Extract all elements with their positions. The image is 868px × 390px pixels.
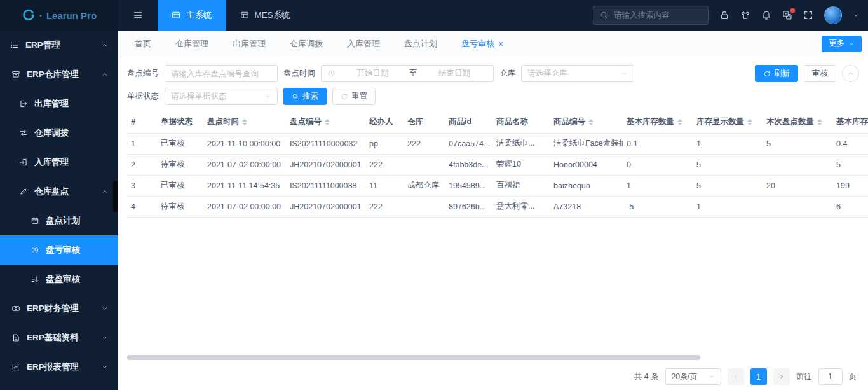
app-logo[interactable]: · Learun Pro xyxy=(0,0,118,31)
close-tab-icon[interactable]: × xyxy=(498,39,503,48)
column-header-4[interactable]: 盘点编号 xyxy=(286,111,365,133)
refresh-button[interactable]: 刷新 xyxy=(755,65,798,82)
theme-button[interactable] xyxy=(740,10,750,20)
system-tab-1[interactable]: 主系统 xyxy=(158,0,226,31)
sidebar-item-9[interactable]: ERP财务管理 xyxy=(0,294,118,323)
lock-button[interactable] xyxy=(719,10,729,20)
system-tab-2[interactable]: MES系统 xyxy=(226,0,304,31)
sidebar-item-8[interactable]: 盘盈审核 xyxy=(0,265,118,294)
sidebar-item-1[interactable]: ERP仓库管理 xyxy=(0,60,118,89)
finance-icon xyxy=(11,304,20,313)
page-tab-2[interactable]: 仓库管理 xyxy=(175,38,208,50)
user-menu-chevron-icon[interactable] xyxy=(853,12,859,18)
warehouse-placeholder: 请选择仓库 xyxy=(527,68,567,79)
sidebar-item-label: 仓库调拨 xyxy=(34,127,108,139)
table-cell: JH20210702000001 xyxy=(286,154,365,175)
table-cell: 5 xyxy=(763,133,832,154)
column-header-12[interactable]: 本次盘点数量 xyxy=(763,111,832,133)
table-cell: 洁柔纸巾Face盒装抽... xyxy=(550,133,623,154)
sort-icon[interactable] xyxy=(588,119,593,125)
more-tabs-button[interactable]: 更多 xyxy=(822,36,862,52)
page-tab-3[interactable]: 出库管理 xyxy=(233,38,266,50)
sidebar-item-2[interactable]: 出库管理 xyxy=(0,89,118,118)
next-page-button[interactable] xyxy=(773,368,790,385)
table-row-3[interactable]: 3已审核2021-11-11 14:54:35IS202111110000381… xyxy=(127,175,868,196)
search-button[interactable]: 搜索 xyxy=(283,88,327,105)
table-cell: 897626b... xyxy=(445,196,492,217)
sort-icon[interactable] xyxy=(747,119,752,125)
stocktake-icon xyxy=(19,187,28,196)
horizontal-scrollbar[interactable] xyxy=(127,355,700,360)
document-icon xyxy=(11,333,20,342)
table-cell: 1 xyxy=(623,175,693,196)
table-cell: 199 xyxy=(832,175,868,196)
topbar: · Learun Pro 主系统MES系统 xyxy=(0,0,868,31)
warehouse-select[interactable]: 请选择仓库 xyxy=(521,65,634,82)
table-cell: 意大利零... xyxy=(492,196,550,217)
chevron-down-icon xyxy=(621,71,628,77)
table-row-4[interactable]: 4待审核2021-07-02 00:00:00JH202107020000012… xyxy=(127,196,868,217)
search-icon xyxy=(292,93,299,101)
sidebar-item-10[interactable]: ERP基础资料 xyxy=(0,323,118,352)
start-date-placeholder[interactable]: 开始日期 xyxy=(339,68,405,79)
table-cell: -5 xyxy=(623,196,693,217)
page-tab-6[interactable]: 盘点计划 xyxy=(404,38,437,50)
date-range-picker[interactable]: 开始日期 至 结束日期 xyxy=(321,65,494,82)
sidebar-root-item[interactable]: ERP管理 xyxy=(0,31,118,60)
sidebar-scrollbar-thumb[interactable] xyxy=(113,181,118,212)
page-1-button[interactable]: 1 xyxy=(750,368,767,385)
column-header-13[interactable]: 基本库存数量 xyxy=(832,111,868,133)
page-tab-5[interactable]: 入库管理 xyxy=(347,38,380,50)
table-cell: 0.4 xyxy=(832,133,868,154)
sort-icon[interactable] xyxy=(817,119,822,125)
sort-icon[interactable] xyxy=(677,119,682,125)
reset-button[interactable]: 重置 xyxy=(332,88,376,105)
page-tab-4[interactable]: 仓库调拨 xyxy=(290,38,323,50)
sidebar-toggle-button[interactable] xyxy=(118,0,158,31)
table-cell: 5 xyxy=(832,154,868,175)
sidebar-item-6[interactable]: 盘点计划 xyxy=(0,206,118,235)
prev-page-button[interactable] xyxy=(728,368,744,385)
table-cell: 2021-07-02 00:00:00 xyxy=(203,196,286,217)
table-row-2[interactable]: 2待审核2021-07-02 00:00:00JH202107020000012… xyxy=(127,154,868,175)
language-button[interactable] xyxy=(782,10,792,20)
column-label: 经办人 xyxy=(369,117,393,126)
global-search-input[interactable] xyxy=(614,11,702,20)
sidebar-item-4[interactable]: 入库管理 xyxy=(0,148,118,177)
table-cell: 5 xyxy=(693,154,763,175)
table-cell: baizhequn xyxy=(550,175,623,196)
column-header-11[interactable]: 库存显示数量 xyxy=(693,111,763,133)
filter-row-1: 盘点编号 盘点时间 开始日期 至 结束日期 仓库 请选择仓库 刷 xyxy=(127,65,859,82)
fullscreen-button[interactable] xyxy=(803,10,813,20)
outbound-icon xyxy=(19,99,28,108)
column-header-9[interactable]: 商品编号 xyxy=(550,111,623,133)
code-input[interactable] xyxy=(165,65,278,82)
sidebar-item-3[interactable]: 仓库调拨 xyxy=(0,118,118,148)
notification-button[interactable] xyxy=(761,10,771,20)
page-size-select[interactable]: 20条/页 xyxy=(665,368,721,385)
refresh-icon xyxy=(763,70,771,78)
column-label: # xyxy=(131,118,135,127)
global-search[interactable] xyxy=(593,6,709,25)
table-row-1[interactable]: 1已审核2021-11-10 00:00:00IS20211110000032p… xyxy=(127,133,868,154)
end-date-placeholder[interactable]: 结束日期 xyxy=(421,68,487,79)
chevron-down-icon xyxy=(102,335,108,341)
column-header-10[interactable]: 基本库存数量 xyxy=(623,111,693,133)
user-avatar[interactable] xyxy=(824,6,842,24)
page-tab-1[interactable]: 首页 xyxy=(135,38,151,50)
tab-strip: 首页仓库管理出库管理仓库调拨入库管理盘点计划盘亏审核× 更多 xyxy=(118,31,868,57)
column-header-3[interactable]: 盘点时间 xyxy=(203,111,286,133)
sidebar-item-7[interactable]: 盘亏审核 xyxy=(0,235,118,265)
audit-button[interactable]: 审核 xyxy=(804,65,836,82)
sort-icon[interactable] xyxy=(325,119,330,125)
sidebar-item-5[interactable]: 仓库盘点 xyxy=(0,177,118,206)
table-cell: 6 xyxy=(832,196,868,217)
goto-page-input[interactable] xyxy=(818,368,843,385)
collapse-search-button[interactable] xyxy=(842,65,859,82)
sort-icon[interactable] xyxy=(242,119,247,125)
page-tab-7[interactable]: 盘亏审核× xyxy=(461,38,503,50)
status-select[interactable]: 请选择单据状态 xyxy=(165,88,278,105)
sidebar-menu: ERP仓库管理出库管理仓库调拨入库管理仓库盘点盘点计划盘亏审核盘盈审核ERP财务… xyxy=(0,60,118,382)
chevron-down-icon xyxy=(709,373,715,380)
sidebar-item-11[interactable]: ERP报表管理 xyxy=(0,352,118,382)
